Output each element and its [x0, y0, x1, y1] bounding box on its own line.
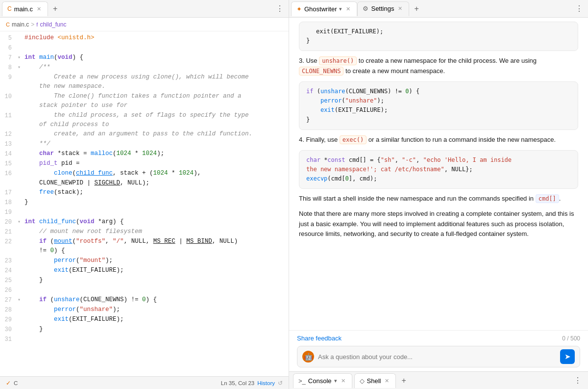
code-line-22: 22 if (mount("rootfs", "/", NULL, MS_REC… — [0, 237, 289, 256]
fold-6 — [18, 43, 24, 44]
code-content-18: } — [24, 198, 289, 207]
code-content-8: /** — [24, 63, 289, 72]
tab-ghostwriter[interactable]: ✦ Ghostwriter ▾ ✕ — [291, 1, 357, 16]
code-line-7: 7 ▾ int main(void) { — [0, 53, 289, 63]
fold-15 — [18, 159, 24, 160]
line-num-18: 18 — [0, 198, 18, 207]
fold-12 — [18, 130, 24, 130]
tab-close-settings[interactable]: ✕ — [396, 5, 404, 12]
tab-shell[interactable]: ◇ Shell ✕ — [354, 373, 396, 388]
chat-area[interactable]: exit(EXIT_FAILURE); } 3. Use unshare() t… — [289, 18, 588, 330]
code-line-9: 9 Create a new process using clone(), wh… — [0, 73, 289, 92]
fold-26 — [18, 285, 24, 286]
right-tab-add[interactable]: + — [411, 3, 421, 14]
send-button[interactable]: ➤ — [560, 349, 575, 364]
console-label: Console — [308, 377, 332, 385]
bottom-tab-add[interactable]: + — [399, 375, 408, 386]
code-line-24: 24 exit(EXIT_FAILURE); — [0, 266, 289, 276]
breadcrumb: C main.c > f child_func — [0, 18, 289, 31]
breadcrumb-file[interactable]: main.c — [12, 21, 29, 28]
left-tab-add[interactable]: + — [50, 3, 60, 14]
line-num-15: 15 — [0, 159, 18, 169]
shell-icon: ◇ — [360, 377, 365, 385]
code-content-20: int child_func(void *arg) { — [24, 217, 289, 227]
code-content-11: the child process, a set of flags to spe… — [24, 111, 289, 130]
fold-25 — [18, 276, 24, 277]
line-num-28: 28 — [0, 305, 18, 315]
fold-29 — [18, 315, 24, 316]
fold-20[interactable]: ▾ — [18, 217, 24, 226]
line-num-11: 11 — [0, 111, 18, 121]
line-num-17: 17 — [0, 188, 18, 198]
code-editor[interactable]: 5 #include <unistd.h> 6 7 ▾ int main(voi… — [0, 31, 289, 376]
feedback-link[interactable]: Share feedback — [297, 335, 342, 342]
line-num-20: 20 — [0, 217, 18, 227]
fold-30 — [18, 325, 24, 326]
line-num-23: 23 — [0, 256, 18, 266]
fold-28 — [18, 305, 24, 306]
tab-main-c[interactable]: C main.c ✕ — [2, 1, 48, 16]
chat-input-row: 🤖 ➤ — [297, 346, 580, 367]
code-line-14: 14 char *stack = malloc(1024 * 1024); — [0, 149, 289, 159]
fold-27[interactable]: ▾ — [18, 295, 24, 304]
user-avatar: 🤖 — [302, 351, 314, 363]
fold-16 — [18, 169, 24, 170]
settings-icon: ⚙ — [363, 5, 368, 12]
breadcrumb-func[interactable]: child_func — [40, 21, 66, 28]
history-button[interactable]: History — [257, 380, 275, 386]
code-content-10: The clone() function takes a function po… — [24, 92, 289, 111]
line-num-12: 12 — [0, 130, 18, 139]
breadcrumb-file-icon: C — [6, 22, 10, 27]
line-num-14: 14 — [0, 149, 18, 159]
code-content-21: // mount new root filesystem — [24, 227, 289, 236]
code-content-16: clone(child_func, stack + (1024 * 1024),… — [24, 169, 289, 188]
ghostwriter-chevron: ▾ — [339, 6, 342, 12]
code-line-13: 13 **/ — [0, 139, 289, 149]
bottom-bar-more[interactable]: ⋮ — [571, 375, 584, 386]
code-line-19: 19 — [0, 207, 289, 217]
shell-label: Shell — [367, 377, 381, 385]
code-line-8: 8 ▾ /** — [0, 63, 289, 73]
code-line-20: 20 ▾ int child_func(void *arg) { — [0, 217, 289, 227]
line-num-22: 22 — [0, 237, 18, 247]
line-num-9: 9 — [0, 73, 18, 82]
fold-21 — [18, 227, 24, 228]
fold-13 — [18, 139, 24, 140]
code-content-27: if (unshare(CLONE_NEWNS) != 0) { — [24, 295, 289, 305]
chat-input[interactable] — [318, 353, 556, 361]
fold-8[interactable]: ▾ — [18, 63, 24, 72]
tab-close-ghostwriter[interactable]: ✕ — [344, 5, 352, 13]
left-tab-bar: C main.c ✕ + ⋮ — [0, 0, 289, 18]
tab-console[interactable]: >_ Console ▾ ✕ — [293, 373, 352, 388]
code-content-28: perror("unshare"); — [24, 305, 289, 314]
shell-close[interactable]: ✕ — [383, 377, 391, 385]
tab-close-main-c[interactable]: ✕ — [35, 5, 43, 13]
fold-14 — [18, 149, 24, 150]
line-num-25: 25 — [0, 276, 18, 285]
code-line-27: 27 ▾ if (unshare(CLONE_NEWNS) != 0) { — [0, 295, 289, 305]
fold-11 — [18, 111, 24, 112]
code-block-exec: char *const cmd[] = {"sh", "-c", "echo '… — [299, 150, 578, 189]
code-content-7: int main(void) { — [24, 53, 289, 62]
ghostwriter-label: Ghostwriter — [304, 5, 337, 13]
console-close[interactable]: ✕ — [340, 377, 347, 385]
chat-para-note: Note that there are many more steps invo… — [299, 209, 578, 239]
code-content-22: if (mount("rootfs", "/", NULL, MS_REC | … — [24, 237, 289, 256]
line-num-19: 19 — [0, 207, 18, 217]
fold-7[interactable]: ▾ — [18, 53, 24, 62]
console-icon: >_ — [298, 377, 306, 385]
cursor-position: Ln 35, Col 23 — [221, 380, 254, 386]
code-content-15: pid_t pid = — [24, 159, 289, 168]
char-count: 0 / 500 — [562, 335, 580, 342]
left-tab-more[interactable]: ⋮ — [273, 3, 287, 14]
code-content-5: #include <unistd.h> — [24, 33, 289, 43]
code-line-26: 26 — [0, 285, 289, 295]
right-tab-more[interactable]: ⋮ — [572, 3, 586, 14]
code-line-5: 5 #include <unistd.h> — [0, 33, 289, 43]
bottom-terminal-bar: >_ Console ▾ ✕ ◇ Shell ✕ + ⋮ — [289, 371, 588, 389]
status-right: Ln 35, Col 23 History ↺ — [221, 380, 283, 387]
code-line-21: 21 // mount new root filesystem — [0, 227, 289, 237]
line-num-31: 31 — [0, 335, 18, 344]
code-content-29: exit(EXIT_FAILURE); — [24, 315, 289, 324]
tab-settings[interactable]: ⚙ Settings ✕ — [357, 1, 409, 16]
